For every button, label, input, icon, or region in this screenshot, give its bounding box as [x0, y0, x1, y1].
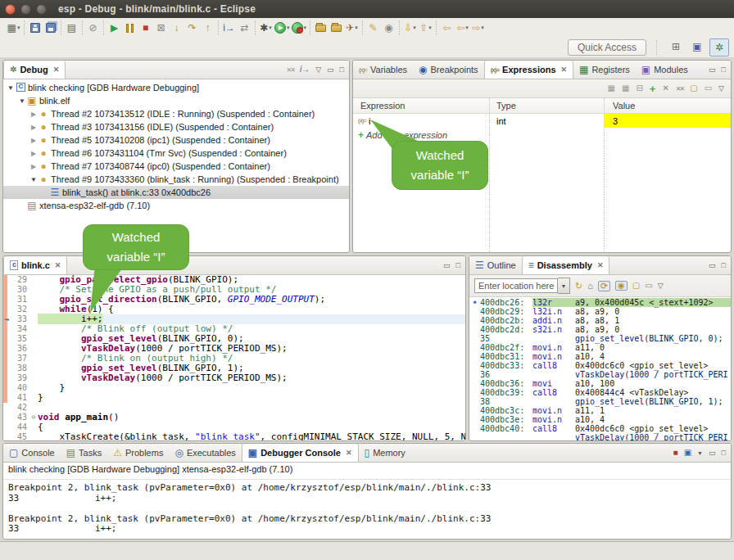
disassembly-line[interactable]: 36vTaskDelay(1000 / portTICK_PERI [469, 370, 731, 379]
tab-tasks[interactable]: ▤Tasks [61, 444, 107, 462]
disassembly-line[interactable]: 400dbc36:movia10, 100 [469, 379, 731, 388]
tab-executables[interactable]: ◎Executables [169, 444, 241, 462]
maximize-icon[interactable] [340, 66, 344, 74]
dropdown-arrow-icon[interactable]: ▾ [269, 25, 272, 31]
dropdown-arrow-icon[interactable]: ▾ [17, 25, 20, 31]
line-number[interactable]: 43 [7, 413, 29, 422]
open-new-view-icon[interactable] [632, 282, 640, 290]
remove-expression-icon[interactable] [662, 84, 668, 93]
external-tools-button[interactable]: ▾ [292, 20, 307, 35]
tab-outline[interactable]: ☰Outline [469, 256, 522, 274]
track-expression-icon[interactable] [615, 281, 628, 291]
maximize-icon[interactable] [456, 262, 460, 269]
expand-closed-icon[interactable]: ▶ [29, 124, 38, 131]
disassembly-line[interactable]: 400dbc40:call80x400dc6c0 <gpio_set_level… [469, 424, 731, 433]
save-button[interactable] [28, 20, 42, 35]
window-minimize-button[interactable] [20, 4, 31, 15]
tab-blink-c[interactable]: blink.c ✕ [3, 256, 67, 274]
new-wizard-button[interactable]: ▦▾ [7, 20, 20, 35]
column-header-value[interactable]: Value [604, 101, 731, 111]
show-type-names-icon[interactable] [607, 84, 614, 93]
minimize-icon[interactable] [709, 66, 716, 74]
debug-perspective-button[interactable]: ✲ [709, 38, 729, 56]
save-all-button[interactable] [43, 20, 57, 35]
tab-breakpoints[interactable]: ◉Breakpoints [413, 61, 484, 79]
format-source-button[interactable]: ✎ [366, 20, 380, 35]
show-source-stepping-button[interactable]: ⇄ [238, 20, 251, 35]
column-header-type[interactable]: Type [489, 101, 604, 111]
disassembly-listing[interactable]: ◆400dbc26:l32ra9, 0x400d045c <_stext+109… [469, 297, 731, 440]
resume-button[interactable]: ▶ [107, 20, 121, 35]
window-close-button[interactable] [5, 4, 16, 15]
maximize-icon[interactable] [722, 262, 726, 269]
line-number[interactable]: 39 [7, 373, 29, 383]
home-icon[interactable] [587, 282, 593, 291]
disconnect-button[interactable]: ⊠ [154, 20, 168, 35]
line-number[interactable]: 31 [7, 295, 29, 305]
line-number[interactable]: 35 [7, 334, 29, 344]
disassembly-line[interactable]: 38gpio_set_level(BLINK_GPIO, 1); [469, 397, 731, 406]
remove-all-expressions-icon[interactable] [676, 85, 683, 93]
location-input[interactable]: Enter location here [474, 278, 558, 293]
expand-open-icon[interactable]: ▼ [29, 176, 38, 183]
disassembly-line[interactable]: 400dbc2d:s32i.na8, a9, 0 [469, 325, 731, 334]
console-output[interactable]: Breakpoint 2, blink_task (pvParameter=0x… [3, 480, 731, 539]
terminate-button[interactable]: ■ [138, 20, 152, 35]
tab-console[interactable]: ▢Console [3, 444, 61, 462]
debug-tree-row[interactable]: ▶●Thread #6 1073431104 (Tmr Svc) (Suspen… [3, 147, 349, 160]
skip-all-breakpoints-button[interactable]: ⊘ [86, 20, 100, 35]
line-number[interactable]: 44 [7, 422, 29, 432]
minimize-icon[interactable] [709, 449, 716, 457]
debug-tree-row[interactable]: ▶●Thread #7 1073408744 (ipc0) (Suspended… [3, 160, 349, 173]
run-button[interactable]: ▾ [274, 20, 290, 35]
line-number[interactable]: 29 [7, 275, 29, 285]
disassembly-line[interactable]: 400dbc3c:movi.na11, 1 [469, 406, 731, 415]
pin-view-icon[interactable] [645, 282, 652, 290]
terminate-icon[interactable] [673, 449, 678, 457]
debug-tree-row[interactable]: ▤xtensa-esp32-elf-gdb (7.10) [3, 199, 349, 212]
disassembly-line[interactable]: 400dbc3e:movi.na10, 4 [469, 415, 731, 424]
next-annotation-button[interactable]: ⇩▾ [403, 20, 417, 35]
expand-closed-icon[interactable]: ▶ [29, 137, 38, 144]
disassembly-line[interactable]: 400dbc39:call80x400844c4 <vTaskDelay> [469, 388, 731, 397]
debug-tree-row[interactable]: ▶●Thread #3 1073413156 (IDLE) (Suspended… [3, 120, 349, 133]
remove-all-terminated-icon[interactable] [286, 66, 293, 74]
debug-config-button[interactable]: ✱▾ [259, 20, 273, 35]
line-number[interactable]: 45 [7, 432, 29, 440]
disassembly-line[interactable]: 400dbc2b:addi.na8, a8, 1 [469, 316, 731, 325]
view-menu-icon[interactable] [658, 282, 664, 290]
step-into-button[interactable]: ↓ [170, 20, 184, 35]
dropdown-arrow-icon[interactable]: ▾ [465, 25, 469, 31]
disassembly-line[interactable]: 400dbc33:call80x400dc6c0 <gpio_set_level… [469, 361, 731, 370]
cpp-perspective-button[interactable]: ▣ [688, 38, 706, 55]
view-menu-icon[interactable] [718, 85, 724, 93]
mark-occurrences-button[interactable]: ◉ [382, 20, 396, 35]
tab-memory[interactable]: ▯Memory [359, 444, 411, 462]
column-header-expression[interactable]: Expression [353, 101, 489, 111]
line-number[interactable]: 38 [7, 364, 29, 373]
line-number[interactable]: 34 [7, 324, 29, 334]
open-console-button[interactable] [314, 20, 328, 35]
debug-tree-row[interactable]: ▶●Thread #5 1073410208 (ipc1) (Suspended… [3, 133, 349, 147]
tab-variables[interactable]: (x)=Variables [353, 61, 413, 79]
minimize-icon[interactable] [327, 66, 334, 74]
window-maximize-button[interactable] [36, 4, 47, 15]
disassembly-line[interactable]: 400dbc29:l32i.na8, a9, 0 [469, 307, 731, 316]
quick-access-button[interactable]: Quick Access [568, 39, 646, 56]
fold-marker-icon[interactable]: ⊖ [29, 413, 38, 422]
console-dropdown-icon[interactable]: ▼ [697, 450, 703, 456]
disassembly-line[interactable]: ◆400dbc26:l32ra9, 0x400d045c <_stext+109… [469, 298, 731, 307]
expand-closed-icon[interactable]: ▶ [29, 163, 38, 170]
line-number[interactable]: 42 [7, 403, 29, 413]
tab-problems[interactable]: ⚠Problems [107, 444, 169, 462]
display-console-icon[interactable] [684, 449, 691, 457]
line-number[interactable]: 36 [7, 344, 29, 354]
line-number[interactable]: 41 [7, 393, 29, 403]
tab-registers[interactable]: ▦Registers [573, 61, 636, 79]
maximize-icon[interactable] [722, 449, 726, 457]
disassembly-line[interactable]: vTaskDelay(1000 / portTICK_PERI [469, 433, 731, 440]
minimize-icon[interactable] [709, 262, 716, 269]
dropdown-arrow-icon[interactable]: ▾ [287, 25, 290, 31]
suspend-button[interactable] [123, 20, 137, 35]
line-number[interactable]: 30 [7, 285, 29, 295]
